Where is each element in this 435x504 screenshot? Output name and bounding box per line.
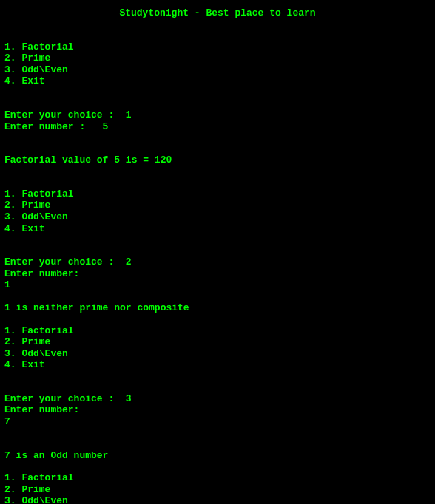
header-title: Studytonight - Best place to learn [4,7,431,19]
spacer [4,234,431,256]
spacer [4,371,431,393]
menu-oddeven: 3. Odd\Even [4,495,431,504]
choice-prompt: Enter your choice : 3 [4,393,431,405]
menu-prime: 2. Prime [4,52,431,64]
menu-prime: 2. Prime [4,200,431,211]
menu-factorial: 1. Factorial [4,41,431,53]
number-prompt: Enter number: [4,404,431,416]
menu-prime: 2. Prime [4,336,431,348]
menu-factorial: 1. Factorial [4,188,431,200]
menu-exit: 4. Exit [4,359,431,371]
prime-result: 1 is neither prime nor composite [4,302,431,314]
spacer [4,166,431,188]
spacer [4,132,431,154]
menu-oddeven: 3. Odd\Even [4,64,431,76]
menu-exit: 4. Exit [4,223,431,235]
spacer [4,314,431,325]
user-input: 7 [4,416,431,428]
spacer [4,87,431,109]
menu-oddeven: 3. Odd\Even [4,211,431,223]
menu-prime: 2. Prime [4,484,431,496]
number-prompt: Enter number : 5 [4,121,431,133]
oddeven-result: 7 is an Odd number [4,450,431,462]
menu-factorial: 1. Factorial [4,325,431,337]
spacer [4,461,431,472]
user-input: 1 [4,279,431,291]
spacer [4,428,431,450]
factorial-result: Factorial value of 5 is = 120 [4,154,431,166]
menu-oddeven: 3. Odd\Even [4,348,431,360]
choice-prompt: Enter your choice : 1 [4,109,431,121]
choice-prompt: Enter your choice : 2 [4,256,431,268]
number-prompt: Enter number: [4,268,431,280]
spacer [4,291,431,302]
menu-exit: 4. Exit [4,75,431,87]
spacer [4,19,431,41]
menu-factorial: 1. Factorial [4,472,431,484]
